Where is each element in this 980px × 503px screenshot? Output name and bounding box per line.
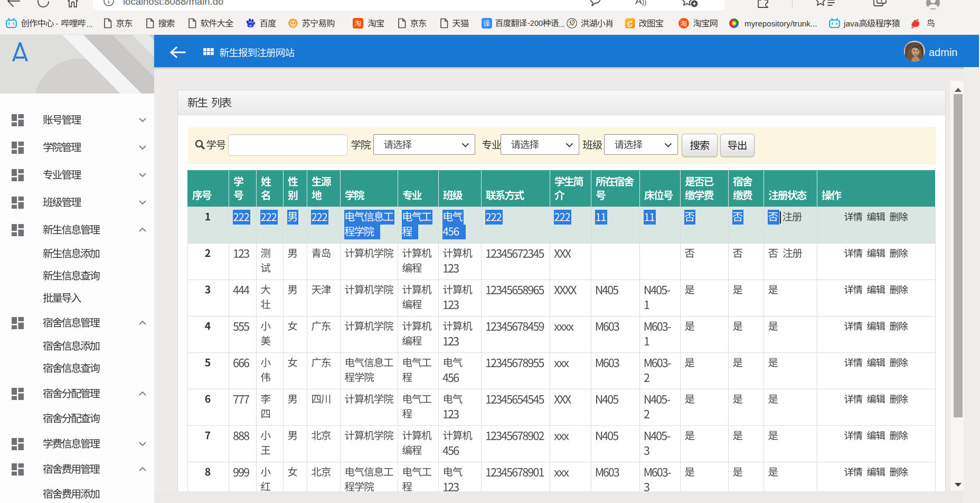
svg-text:du: du	[249, 24, 252, 27]
